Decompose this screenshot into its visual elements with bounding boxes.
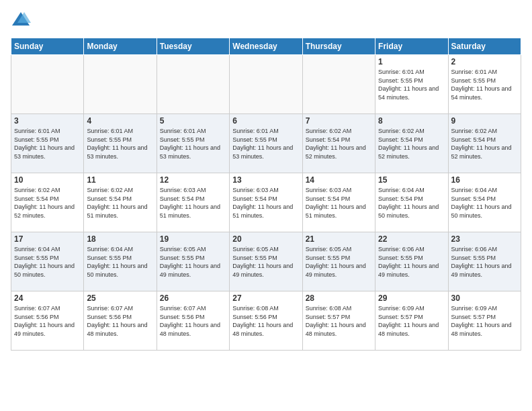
day-number: 22 [378, 234, 445, 244]
day-number: 3 [14, 116, 81, 126]
day-info: Sunrise: 6:07 AMSunset: 5:56 PMDaylight:… [14, 304, 81, 338]
calendar-body: 1Sunrise: 6:01 AMSunset: 5:55 PMDaylight… [11, 55, 521, 351]
day-number: 30 [451, 293, 518, 303]
calendar-cell: 3Sunrise: 6:01 AMSunset: 5:55 PMDaylight… [11, 114, 84, 173]
logo-icon [11, 11, 31, 31]
calendar-cell: 26Sunrise: 6:07 AMSunset: 5:56 PMDayligh… [157, 291, 229, 351]
calendar-cell: 19Sunrise: 6:05 AMSunset: 5:55 PMDayligh… [157, 232, 229, 291]
day-number: 9 [451, 116, 518, 126]
day-info: Sunrise: 6:02 AMSunset: 5:54 PMDaylight:… [378, 127, 445, 161]
calendar-cell [230, 55, 302, 114]
day-info: Sunrise: 6:01 AMSunset: 5:55 PMDaylight:… [378, 68, 445, 101]
day-number: 16 [451, 175, 518, 185]
day-number: 5 [160, 116, 226, 126]
calendar-cell: 9Sunrise: 6:02 AMSunset: 5:54 PMDaylight… [448, 114, 521, 173]
day-info: Sunrise: 6:03 AMSunset: 5:54 PMDaylight:… [306, 186, 372, 220]
day-number: 13 [232, 175, 299, 185]
day-of-week-header: Monday [84, 38, 157, 55]
day-info: Sunrise: 6:04 AMSunset: 5:55 PMDaylight:… [14, 245, 81, 279]
calendar-cell [157, 55, 229, 114]
calendar-cell: 30Sunrise: 6:09 AMSunset: 5:57 PMDayligh… [448, 291, 521, 351]
day-info: Sunrise: 6:03 AMSunset: 5:54 PMDaylight:… [232, 186, 299, 220]
day-info: Sunrise: 6:07 AMSunset: 5:56 PMDaylight:… [87, 304, 153, 338]
calendar-cell: 28Sunrise: 6:08 AMSunset: 5:57 PMDayligh… [302, 291, 375, 351]
calendar-cell: 15Sunrise: 6:04 AMSunset: 5:54 PMDayligh… [375, 173, 448, 232]
day-info: Sunrise: 6:08 AMSunset: 5:57 PMDaylight:… [306, 304, 372, 338]
day-of-week-header: Thursday [302, 38, 375, 55]
calendar-week-row: 24Sunrise: 6:07 AMSunset: 5:56 PMDayligh… [11, 291, 521, 351]
calendar-cell [11, 55, 84, 114]
day-info: Sunrise: 6:01 AMSunset: 5:55 PMDaylight:… [451, 68, 518, 101]
day-number: 12 [160, 175, 226, 185]
day-info: Sunrise: 6:01 AMSunset: 5:55 PMDaylight:… [160, 127, 226, 161]
calendar-cell: 23Sunrise: 6:06 AMSunset: 5:55 PMDayligh… [448, 232, 521, 291]
day-number: 28 [306, 293, 372, 303]
day-number: 14 [306, 175, 372, 185]
day-info: Sunrise: 6:08 AMSunset: 5:56 PMDaylight:… [232, 304, 299, 338]
day-info: Sunrise: 6:07 AMSunset: 5:56 PMDaylight:… [160, 304, 226, 338]
day-number: 23 [451, 234, 518, 244]
day-of-week-header: Wednesday [230, 38, 302, 55]
calendar-cell: 20Sunrise: 6:05 AMSunset: 5:55 PMDayligh… [230, 232, 302, 291]
calendar-week-row: 3Sunrise: 6:01 AMSunset: 5:55 PMDaylight… [11, 114, 521, 173]
calendar-week-row: 1Sunrise: 6:01 AMSunset: 5:55 PMDaylight… [11, 55, 521, 114]
page-header [11, 11, 521, 31]
day-number: 4 [87, 116, 153, 126]
calendar-cell: 13Sunrise: 6:03 AMSunset: 5:54 PMDayligh… [230, 173, 302, 232]
calendar-cell: 18Sunrise: 6:04 AMSunset: 5:55 PMDayligh… [84, 232, 157, 291]
day-of-week-header: Saturday [448, 38, 521, 55]
day-number: 6 [232, 116, 299, 126]
day-info: Sunrise: 6:05 AMSunset: 5:55 PMDaylight:… [232, 245, 299, 279]
calendar-cell: 27Sunrise: 6:08 AMSunset: 5:56 PMDayligh… [230, 291, 302, 351]
calendar-cell: 1Sunrise: 6:01 AMSunset: 5:55 PMDaylight… [375, 55, 448, 114]
calendar-cell: 14Sunrise: 6:03 AMSunset: 5:54 PMDayligh… [302, 173, 375, 232]
calendar-cell: 5Sunrise: 6:01 AMSunset: 5:55 PMDaylight… [157, 114, 229, 173]
day-info: Sunrise: 6:09 AMSunset: 5:57 PMDaylight:… [378, 304, 445, 338]
logo [11, 11, 34, 31]
day-number: 1 [378, 57, 445, 66]
calendar-table: SundayMondayTuesdayWednesdayThursdayFrid… [11, 38, 521, 351]
day-of-week-header: Sunday [11, 38, 84, 55]
day-info: Sunrise: 6:06 AMSunset: 5:55 PMDaylight:… [378, 245, 445, 279]
day-info: Sunrise: 6:04 AMSunset: 5:55 PMDaylight:… [87, 245, 153, 279]
calendar-week-row: 17Sunrise: 6:04 AMSunset: 5:55 PMDayligh… [11, 232, 521, 291]
calendar-cell: 12Sunrise: 6:03 AMSunset: 5:54 PMDayligh… [157, 173, 229, 232]
calendar-cell: 22Sunrise: 6:06 AMSunset: 5:55 PMDayligh… [375, 232, 448, 291]
day-number: 20 [232, 234, 299, 244]
calendar-header-row: SundayMondayTuesdayWednesdayThursdayFrid… [11, 38, 521, 55]
day-number: 17 [14, 234, 81, 244]
calendar-cell: 29Sunrise: 6:09 AMSunset: 5:57 PMDayligh… [375, 291, 448, 351]
day-number: 19 [160, 234, 226, 244]
day-info: Sunrise: 6:02 AMSunset: 5:54 PMDaylight:… [451, 127, 518, 161]
day-number: 18 [87, 234, 153, 244]
calendar-cell: 7Sunrise: 6:02 AMSunset: 5:54 PMDaylight… [302, 114, 375, 173]
day-info: Sunrise: 6:09 AMSunset: 5:57 PMDaylight:… [451, 304, 518, 338]
day-number: 21 [306, 234, 372, 244]
calendar-cell: 21Sunrise: 6:05 AMSunset: 5:55 PMDayligh… [302, 232, 375, 291]
day-of-week-header: Friday [375, 38, 448, 55]
day-number: 24 [14, 293, 81, 303]
calendar-cell: 6Sunrise: 6:01 AMSunset: 5:55 PMDaylight… [230, 114, 302, 173]
day-info: Sunrise: 6:01 AMSunset: 5:55 PMDaylight:… [232, 127, 299, 161]
day-number: 8 [378, 116, 445, 126]
day-number: 15 [378, 175, 445, 185]
day-of-week-header: Tuesday [157, 38, 229, 55]
day-info: Sunrise: 6:05 AMSunset: 5:55 PMDaylight:… [306, 245, 372, 279]
calendar-cell: 2Sunrise: 6:01 AMSunset: 5:55 PMDaylight… [448, 55, 521, 114]
calendar-cell: 25Sunrise: 6:07 AMSunset: 5:56 PMDayligh… [84, 291, 157, 351]
day-info: Sunrise: 6:05 AMSunset: 5:55 PMDaylight:… [160, 245, 226, 279]
day-info: Sunrise: 6:04 AMSunset: 5:54 PMDaylight:… [451, 186, 518, 220]
calendar-cell [84, 55, 157, 114]
calendar-cell: 16Sunrise: 6:04 AMSunset: 5:54 PMDayligh… [448, 173, 521, 232]
day-info: Sunrise: 6:04 AMSunset: 5:54 PMDaylight:… [378, 186, 445, 220]
day-info: Sunrise: 6:03 AMSunset: 5:54 PMDaylight:… [160, 186, 226, 220]
day-number: 7 [306, 116, 372, 126]
calendar-cell: 10Sunrise: 6:02 AMSunset: 5:54 PMDayligh… [11, 173, 84, 232]
day-number: 27 [232, 293, 299, 303]
day-info: Sunrise: 6:06 AMSunset: 5:55 PMDaylight:… [451, 245, 518, 279]
calendar-cell: 17Sunrise: 6:04 AMSunset: 5:55 PMDayligh… [11, 232, 84, 291]
day-info: Sunrise: 6:02 AMSunset: 5:54 PMDaylight:… [14, 186, 81, 220]
day-info: Sunrise: 6:01 AMSunset: 5:55 PMDaylight:… [87, 127, 153, 161]
day-number: 29 [378, 293, 445, 303]
calendar-cell [302, 55, 375, 114]
